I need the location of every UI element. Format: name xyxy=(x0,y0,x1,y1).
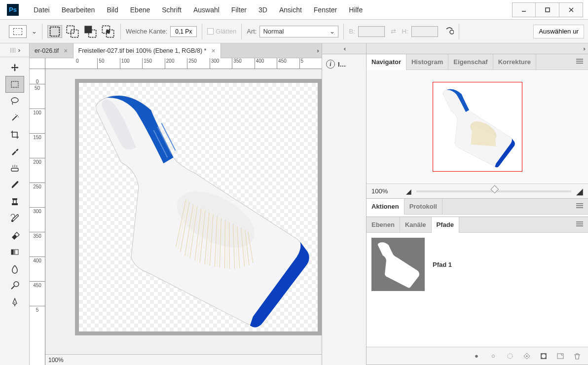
style-select[interactable]: Normal ⌄ xyxy=(259,26,338,37)
panel-menu-button[interactable] xyxy=(571,58,588,66)
selection-subtract-button[interactable] xyxy=(83,25,98,38)
path-item[interactable]: Pfad 1 xyxy=(371,238,583,291)
menu-3d[interactable]: 3D xyxy=(253,0,273,20)
history-brush-tool[interactable] xyxy=(5,210,24,227)
gradient-tool[interactable] xyxy=(5,244,24,260)
svg-point-25 xyxy=(11,220,13,222)
fill-path-icon[interactable]: ● xyxy=(473,352,480,360)
select-subject-button[interactable]: Auswählen ur xyxy=(533,25,584,38)
brush-tool[interactable] xyxy=(5,177,24,193)
close-icon[interactable]: × xyxy=(64,47,68,55)
svg-rect-7 xyxy=(84,26,92,33)
menu-auswahl[interactable]: Auswahl xyxy=(187,0,225,20)
chevron-down-icon[interactable]: ⌄ xyxy=(32,28,37,35)
eraser-tool[interactable] xyxy=(5,227,24,244)
zoom-in-icon[interactable]: ◢ xyxy=(576,186,583,197)
selection-intersect-button[interactable] xyxy=(101,25,115,38)
ruler-horizontal: 0 50 100 150 200 250 300 350 400 450 5 xyxy=(45,58,322,69)
maximize-button[interactable] xyxy=(536,2,559,17)
close-icon[interactable]: × xyxy=(211,47,215,55)
drag-handle-icon[interactable] xyxy=(10,48,15,53)
paths-footer: ● ○ xyxy=(367,347,588,365)
tab-eigenschaften[interactable]: Eigenschaf xyxy=(448,54,493,70)
path-from-selection-icon[interactable] xyxy=(523,352,531,360)
info-icon: i xyxy=(326,60,335,69)
magic-wand-tool[interactable] xyxy=(5,110,24,126)
canvas[interactable] xyxy=(79,83,318,331)
tab-pfade[interactable]: Pfade xyxy=(432,217,459,233)
stroke-path-icon[interactable]: ○ xyxy=(489,352,497,360)
move-tool[interactable] xyxy=(5,59,24,76)
menu-fenster[interactable]: Fenster xyxy=(308,0,343,20)
options-bar: ⌄ Weiche Kante: Glätten Art: Normal ⌄ B:… xyxy=(0,20,588,43)
refine-icon[interactable] xyxy=(445,26,454,36)
menu-bild[interactable]: Bild xyxy=(101,0,124,20)
blur-tool[interactable] xyxy=(5,260,24,277)
tab-histogram[interactable]: Histogram xyxy=(406,54,448,70)
svg-rect-6 xyxy=(71,30,78,37)
info-panel-collapsed[interactable]: i I… xyxy=(322,54,366,74)
healing-brush-tool[interactable] xyxy=(5,160,24,177)
new-path-icon[interactable] xyxy=(556,352,564,360)
tab-overflow-button[interactable]: ›› xyxy=(313,47,322,54)
selection-from-path-icon[interactable] xyxy=(506,352,514,360)
marquee-tool[interactable] xyxy=(5,76,24,93)
panel-menu-button[interactable] xyxy=(571,221,588,228)
selection-new-button[interactable] xyxy=(47,25,62,38)
canvas-viewport[interactable] xyxy=(45,69,322,354)
tab-korrekturen[interactable]: Korrekture xyxy=(493,54,536,70)
main-area: ›› er-026.tif × Frei xyxy=(0,43,588,365)
navigator-zoom-value[interactable]: 100% xyxy=(371,187,401,195)
path-label: Pfad 1 xyxy=(433,261,452,268)
tab-kanaele[interactable]: Kanäle xyxy=(400,217,432,233)
tool-preset-dropdown[interactable] xyxy=(9,25,27,38)
collapse-arrow-icon[interactable]: ‹‹ xyxy=(344,45,345,52)
tab-aktionen[interactable]: Aktionen xyxy=(367,199,404,215)
slider-thumb-icon[interactable] xyxy=(490,185,499,193)
dodge-tool[interactable] xyxy=(5,277,24,294)
navigator-panel: Navigator Histogram Eigenschaf Korrektur… xyxy=(367,54,588,199)
zoom-out-icon[interactable]: ◢ xyxy=(406,187,411,195)
menu-bearbeiten[interactable]: Bearbeiten xyxy=(56,0,101,20)
collapse-arrow-icon[interactable]: ›› xyxy=(583,45,584,52)
clone-stamp-tool[interactable] xyxy=(5,193,24,210)
document-tab[interactable]: Freisteller-027.tif bei 100% (Ebene 1, R… xyxy=(74,43,221,58)
menu-ansicht[interactable]: Ansicht xyxy=(273,0,308,20)
navigator-thumbnail[interactable] xyxy=(433,82,522,172)
svg-point-18 xyxy=(18,116,19,117)
svg-rect-23 xyxy=(12,203,18,205)
height-input xyxy=(411,26,438,37)
menu-filter[interactable]: Filter xyxy=(225,0,253,20)
menu-hilfe[interactable]: Hilfe xyxy=(343,0,368,20)
lasso-tool[interactable] xyxy=(5,93,24,110)
tab-navigator[interactable]: Navigator xyxy=(367,54,406,70)
navigator-body xyxy=(367,70,588,183)
crop-tool[interactable] xyxy=(5,126,24,143)
svg-point-29 xyxy=(14,282,19,287)
document-tab[interactable]: er-026.tif × xyxy=(30,43,74,58)
minimize-button[interactable] xyxy=(512,2,536,17)
selection-add-button[interactable] xyxy=(65,25,80,38)
navigator-thumb-image xyxy=(436,85,519,169)
feather-input[interactable] xyxy=(170,26,197,37)
tab-ebenen[interactable]: Ebenen xyxy=(367,217,400,233)
menu-datei[interactable]: Datei xyxy=(28,0,56,20)
close-button[interactable] xyxy=(559,2,583,17)
zoom-status[interactable]: 100% xyxy=(48,357,78,364)
zoom-slider[interactable] xyxy=(416,190,571,192)
panel-menu-button[interactable] xyxy=(571,203,588,210)
svg-point-72 xyxy=(508,354,513,359)
add-mask-icon[interactable] xyxy=(540,352,548,360)
chevron-right-icon[interactable]: ›› xyxy=(18,47,19,54)
pen-tool[interactable] xyxy=(5,294,24,311)
svg-point-12 xyxy=(450,30,454,34)
document-tabs: er-026.tif × Freisteller-027.tif bei 100… xyxy=(30,43,322,58)
app-logo: Ps xyxy=(7,4,19,16)
eyedropper-tool[interactable] xyxy=(5,143,24,160)
titlebar: Ps Datei Bearbeiten Bild Ebene Schrift A… xyxy=(0,0,588,20)
svg-rect-1 xyxy=(546,8,550,12)
tab-protokoll[interactable]: Protokoll xyxy=(404,199,442,215)
menu-schrift[interactable]: Schrift xyxy=(156,0,187,20)
delete-path-icon[interactable] xyxy=(573,352,581,360)
menu-ebene[interactable]: Ebene xyxy=(124,0,156,20)
